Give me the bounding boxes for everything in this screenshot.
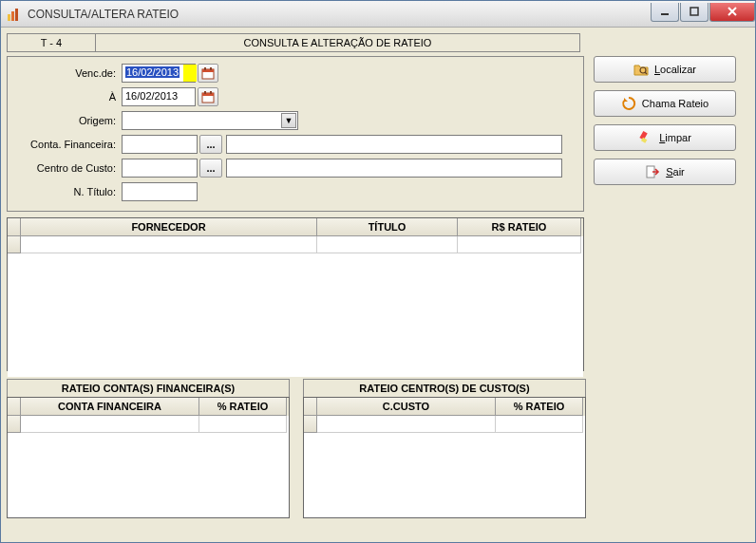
col-rateio[interactable]: R$ RATEIO [458,218,581,236]
refresh-icon [621,96,636,111]
svg-rect-10 [202,93,214,96]
svg-rect-2 [15,9,18,21]
centro-custo-code-input[interactable] [122,159,198,178]
limpar-button[interactable]: Limpar [594,124,736,151]
centro-custo-label: Centro de Custo: [13,162,122,174]
conta-financeira-lookup-button[interactable]: ... [199,135,222,154]
col-titulo[interactable]: TÍTULO [317,218,458,236]
col-pct-rateio-right[interactable]: % RATEIO [496,398,583,416]
chama-rateio-label: Chama Rateio [642,98,709,109]
header-title: CONSULTA E ALTERAÇÃO DE RATEIO [96,33,580,52]
side-buttons: LLocalizarocalizar Chama Rateio Limpar [594,56,736,212]
venc-de-calendar-button[interactable] [198,64,218,83]
content-area: T - 4 CONSULTA E ALTERAÇÃO DE RATEIO Ven… [1,28,755,542]
rateio-centro-grid[interactable]: C.CUSTO % RATEIO [303,397,586,518]
svg-rect-7 [204,67,206,70]
rateio-conta-title: RATEIO CONTA(S) FINANCEIRA(S) [7,379,290,397]
calendar-icon [201,90,215,103]
conta-financeira-code-input[interactable] [122,135,198,154]
minimize-button[interactable] [651,3,679,22]
calendar-icon [201,66,215,80]
rateio-conta-panel: RATEIO CONTA(S) FINANCEIRA(S) CONTA FINA… [7,379,290,518]
maximize-button[interactable] [680,3,709,22]
svg-rect-8 [210,67,212,70]
window-controls [650,3,755,22]
svg-rect-0 [8,14,10,21]
window-title: CONSULTA/ALTERA RATEIO [28,8,650,21]
filter-panel: Venc.de: 16/02/2013 [7,56,584,212]
header-row: T - 4 CONSULTA E ALTERAÇÃO DE RATEIO [7,33,749,52]
col-fornecedor[interactable]: FORNECEDOR [21,218,317,236]
chevron-down-icon: ▼ [281,113,296,128]
app-window: CONSULTA/ALTERA RATEIO T - 4 CONSULTA E … [0,0,756,543]
n-titulo-label: N. Título: [13,186,122,197]
main-grid[interactable]: FORNECEDOR TÍTULO R$ RATEIO [7,217,584,371]
n-titulo-input[interactable] [122,182,198,201]
venc-de-label: Venc.de: [13,67,122,79]
col-ccusto[interactable]: C.CUSTO [317,398,496,416]
svg-rect-12 [210,91,212,94]
svg-rect-1 [11,11,14,21]
sair-button[interactable]: Sair [594,159,736,185]
eraser-icon [638,130,653,145]
conta-financeira-label: Conta. Financeira: [13,139,122,150]
svg-rect-4 [690,8,698,15]
chama-rateio-button[interactable]: Chama Rateio [594,90,736,117]
venc-a-calendar-button[interactable] [198,87,218,106]
centro-custo-lookup-button[interactable]: ... [199,159,222,178]
localizar-button[interactable]: LLocalizarocalizar [594,56,736,83]
venc-a-input[interactable]: 16/02/2013 [122,87,196,106]
exit-icon [645,164,660,179]
origem-label: Origem: [13,115,122,126]
col-conta-financeira[interactable]: CONTA FINANCEIRA [21,398,199,416]
venc-a-label: À [13,91,122,103]
header-code: T - 4 [7,33,96,52]
close-button[interactable] [709,3,755,22]
app-icon [7,7,22,22]
svg-rect-3 [661,13,669,15]
rateio-conta-grid[interactable]: CONTA FINANCEIRA % RATEIO [7,397,290,518]
folder-search-icon [633,62,649,77]
centro-custo-desc-input[interactable] [226,159,562,178]
venc-de-input[interactable]: 16/02/2013 [122,64,196,83]
col-pct-rateio-left[interactable]: % RATEIO [199,398,287,416]
origem-select[interactable]: ▼ [122,111,298,130]
conta-financeira-desc-input[interactable] [226,135,562,154]
svg-rect-6 [202,69,214,72]
rateio-centro-title: RATEIO CENTRO(S) DE CUSTO(S) [303,379,586,397]
titlebar: CONSULTA/ALTERA RATEIO [1,1,755,28]
svg-rect-11 [204,91,206,94]
rateio-centro-panel: RATEIO CENTRO(S) DE CUSTO(S) C.CUSTO % R… [303,379,586,518]
bottom-row: RATEIO CONTA(S) FINANCEIRA(S) CONTA FINA… [7,379,749,518]
